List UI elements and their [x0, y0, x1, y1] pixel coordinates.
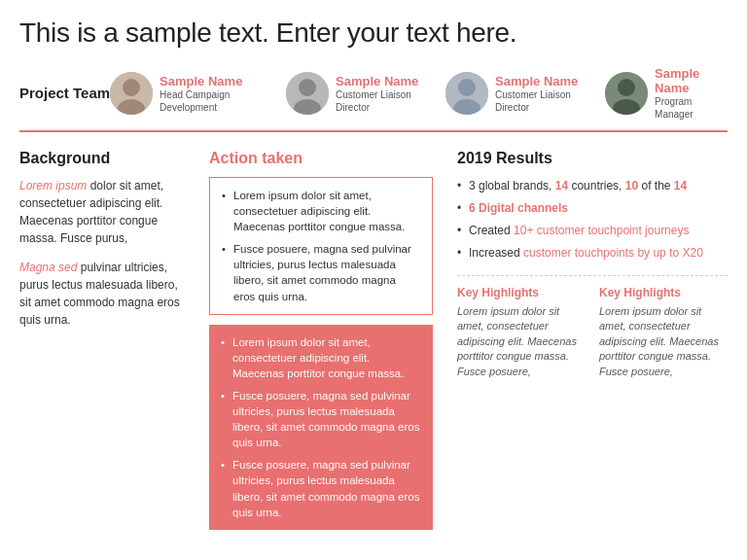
- action-red-item-2: Fusce posuere, magna sed pulvinar ultric…: [221, 388, 421, 450]
- result-item-2: 6 Digital channels: [457, 199, 728, 217]
- result-item-4: Increased customer touchpoints by up to …: [457, 244, 728, 262]
- member-name-3: Sample Name: [495, 74, 595, 88]
- main-title: This is a sample text. Enter your text h…: [19, 18, 728, 49]
- result-3-text: Created: [469, 224, 514, 237]
- svg-point-1: [123, 79, 140, 96]
- background-para-2: Magna sed pulvinar ultricies, purus lect…: [19, 259, 185, 329]
- avatar-3: [445, 72, 488, 115]
- col-background: Background Lorem ipsum dolor sit amet, c…: [19, 150, 199, 340]
- highlight-title-2: Key Highlights: [599, 286, 728, 299]
- background-para-1: Lorem ipsum dolor sit amet, consectetuer…: [19, 177, 185, 247]
- result-2-hl: 6 Digital channels: [469, 201, 568, 215]
- member-title-1: Head Campaign Development: [160, 88, 276, 114]
- highlight-col-1: Key Highlights Lorem ipsum dolor sit ame…: [457, 286, 586, 379]
- avatar-1: [110, 72, 153, 115]
- background-title: Background: [19, 150, 185, 167]
- member-title-4: Program Manager: [655, 95, 728, 121]
- col-action: Action taken Lorem ipsum dolor sit amet,…: [199, 150, 443, 530]
- highlight-magna: Magna sed: [19, 261, 77, 274]
- avatar-2: [286, 72, 329, 115]
- col-results: 2019 Results 3 global brands, 14 countri…: [443, 150, 728, 379]
- result-1-hl3: 14: [674, 179, 687, 192]
- highlights-row: Key Highlights Lorem ipsum dolor sit ame…: [457, 275, 728, 379]
- result-1-hl1: 14: [555, 179, 568, 192]
- action-white-item-1: Lorem ipsum dolor sit amet, consectetuer…: [222, 188, 420, 234]
- result-1-text: 3 global brands,: [469, 179, 555, 192]
- svg-point-7: [458, 79, 476, 96]
- result-4-text: Increased: [469, 246, 523, 260]
- action-red-item-3: Fusce posuere, magna sed pulvinar ultric…: [221, 457, 421, 519]
- page-wrapper: This is a sample text. Enter your text h…: [0, 0, 747, 547]
- highlight-col-2: Key Highlights Lorem ipsum dolor sit ame…: [599, 286, 728, 379]
- result-3-hl: 10+ customer touchpoint journeys: [514, 224, 689, 237]
- team-member-1: Sample Name Head Campaign Development: [110, 72, 276, 115]
- result-4-hl: customer touchpoints by up to X20: [523, 246, 703, 260]
- action-red-box: Lorem ipsum dolor sit amet, consectetuer…: [209, 325, 433, 530]
- member-title-3: Customer Liaison Director: [495, 88, 595, 114]
- member-info-1: Sample Name Head Campaign Development: [160, 74, 276, 114]
- main-content: Background Lorem ipsum dolor sit amet, c…: [19, 150, 728, 530]
- highlight-text-2: Lorem ipsum dolor sit amet, consectetuer…: [599, 304, 728, 379]
- action-title: Action taken: [209, 150, 433, 167]
- results-list: 3 global brands, 14 countries, 10 of the…: [457, 177, 728, 262]
- team-member-2: Sample Name Customer Liaison Director: [286, 72, 436, 115]
- action-red-item-1: Lorem ipsum dolor sit amet, consectetuer…: [221, 334, 421, 381]
- result-1-text3: of the: [638, 179, 674, 192]
- member-name-4: Sample Name: [655, 66, 728, 95]
- project-team-label: Project Team: [19, 85, 110, 102]
- results-title: 2019 Results: [457, 150, 728, 167]
- highlight-title-1: Key Highlights: [457, 286, 586, 299]
- highlight-lorem: Lorem ipsum: [19, 179, 87, 192]
- result-1-hl2: 10: [625, 179, 638, 192]
- result-item-1: 3 global brands, 14 countries, 10 of the…: [457, 177, 728, 194]
- team-member-3: Sample Name Customer Liaison Director: [445, 72, 595, 115]
- member-info-2: Sample Name Customer Liaison Director: [336, 74, 436, 114]
- member-name-2: Sample Name: [336, 74, 436, 88]
- result-1-text2: countries,: [568, 179, 625, 192]
- member-title-2: Customer Liaison Director: [336, 88, 436, 114]
- project-team-row: Project Team Sample Name Head Campaign D…: [19, 66, 728, 132]
- member-info-3: Sample Name Customer Liaison Director: [495, 74, 595, 114]
- team-member-4: Sample Name Program Manager: [605, 66, 728, 121]
- member-name-1: Sample Name: [160, 74, 276, 88]
- svg-point-4: [299, 79, 316, 96]
- action-white-item-2: Fusce posuere, magna sed pulvinar ultric…: [222, 241, 420, 303]
- action-white-box: Lorem ipsum dolor sit amet, consectetuer…: [209, 177, 433, 315]
- team-members: Sample Name Head Campaign Development Sa…: [110, 66, 728, 121]
- member-info-4: Sample Name Program Manager: [655, 66, 728, 121]
- avatar-4: [605, 72, 648, 115]
- result-item-3: Created 10+ customer touchpoint journeys: [457, 222, 728, 239]
- highlight-text-1: Lorem ipsum dolor sit amet, consectetuer…: [457, 304, 586, 379]
- svg-point-10: [618, 79, 635, 96]
